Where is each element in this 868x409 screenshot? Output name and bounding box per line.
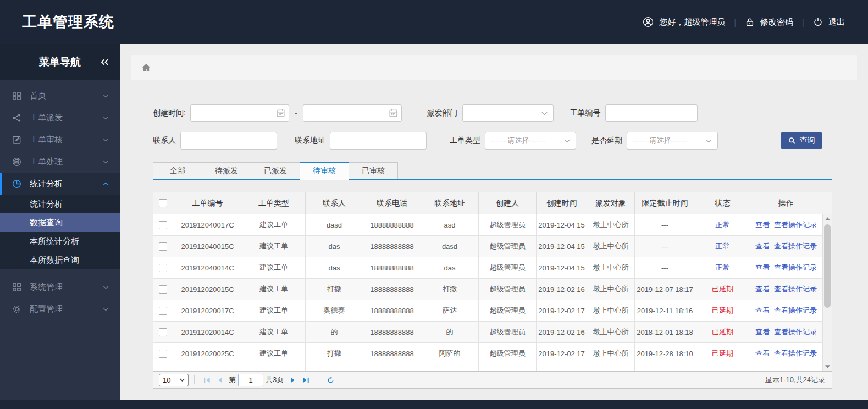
cell-actions: 查看查看操作记录 <box>750 236 822 257</box>
view-link[interactable]: 查看 <box>755 327 770 337</box>
user-greeting: 您好，超级管理员 <box>643 16 725 27</box>
order-no-input[interactable] <box>605 104 698 122</box>
cell-status: 正常 <box>695 257 750 279</box>
view-log-link[interactable]: 查看操作记录 <box>774 349 817 358</box>
address-input[interactable] <box>330 132 427 150</box>
cell-order-type: 建议工单 <box>242 322 306 343</box>
logout-button[interactable]: 退出 <box>813 17 845 27</box>
scrollbar-thumb[interactable] <box>824 224 831 308</box>
row-checkbox[interactable] <box>159 264 167 272</box>
collapse-sidebar-icon[interactable] <box>101 59 109 65</box>
cell-actions: 查看查看操作记录 <box>750 300 822 322</box>
cell-deadline: --- <box>635 257 695 279</box>
table-cell <box>242 364 306 371</box>
sidebar-item-label: 系统管理 <box>30 282 63 292</box>
tab-4[interactable]: 已审核 <box>349 162 398 179</box>
row-checkbox[interactable] <box>159 221 167 229</box>
is-delayed-select[interactable]: -------请选择------- <box>627 132 718 150</box>
sidebar-item-4[interactable]: 统计分析 <box>0 173 120 195</box>
row-checkbox-cell <box>153 257 173 279</box>
table-row: 201912040017C建议工单dasd18888888888asd超级管理员… <box>153 214 832 236</box>
sidebar-subitem-0[interactable]: 统计分析 <box>0 195 120 213</box>
view-log-link[interactable]: 查看操作记录 <box>774 327 817 337</box>
scroll-down-icon[interactable] <box>823 362 832 371</box>
tab-1[interactable]: 待派发 <box>202 162 251 179</box>
cell-contact: das <box>306 257 363 279</box>
view-link[interactable]: 查看 <box>755 284 770 294</box>
view-link[interactable]: 查看 <box>755 349 770 358</box>
view-log-link[interactable]: 查看操作记录 <box>774 306 817 316</box>
cell-order-no: 201912040017C <box>173 214 242 236</box>
last-page-button[interactable] <box>299 373 312 386</box>
sidebar-item-0[interactable]: 首页 <box>0 85 120 107</box>
dispatch-dept-select[interactable] <box>462 104 554 122</box>
prev-page-button[interactable] <box>213 373 226 386</box>
cell-address: asd <box>421 214 479 236</box>
select-all-checkbox[interactable] <box>159 199 167 207</box>
cell-dispatch-target: 墩上中心所 <box>587 214 635 236</box>
sidebar-item-2[interactable]: 工单审核 <box>0 129 120 151</box>
user-icon <box>643 16 654 27</box>
dispatch-dept-label: 派发部门 <box>427 108 458 118</box>
table-header-cell: 创建人 <box>479 192 537 214</box>
grid-icon <box>11 91 22 101</box>
table-scrollbar[interactable] <box>822 214 832 371</box>
tab-3[interactable]: 待审核 <box>300 162 349 180</box>
row-checkbox[interactable] <box>159 307 167 315</box>
row-checkbox[interactable] <box>159 285 167 294</box>
cell-phone: 18888888888 <box>363 257 421 279</box>
view-log-link[interactable]: 查看操作记录 <box>774 284 817 294</box>
contact-input[interactable] <box>180 132 277 150</box>
home-icon[interactable] <box>141 62 152 73</box>
created-time-end-input[interactable] <box>303 104 402 122</box>
page-size-select[interactable]: 10 <box>159 374 189 386</box>
sidebar-item-5[interactable]: 系统管理 <box>0 276 120 298</box>
sidebar-item-6[interactable]: 配置管理 <box>0 298 120 320</box>
search-button[interactable]: 查询 <box>781 132 822 149</box>
current-page-input[interactable] <box>238 374 263 386</box>
order-type-select[interactable]: -------请选择------- <box>485 132 576 150</box>
sidebar-item-label: 首页 <box>30 91 46 101</box>
share-icon <box>11 113 22 123</box>
cell-actions: 查看查看操作记录 <box>750 322 822 343</box>
chevron-down-icon <box>103 138 109 142</box>
created-time-start-input[interactable] <box>190 104 289 122</box>
cell-actions: 查看查看操作记录 <box>750 343 822 364</box>
next-page-button[interactable] <box>286 373 299 386</box>
sidebar-item-1[interactable]: 工单派发 <box>0 107 120 129</box>
calendar-icon[interactable] <box>389 108 398 118</box>
sidebar-subitem-3[interactable]: 本所数据查询 <box>0 251 120 269</box>
sidebar-subitem-1[interactable]: 数据查询 <box>0 213 120 232</box>
first-page-button[interactable] <box>200 373 213 386</box>
view-link[interactable]: 查看 <box>755 220 770 230</box>
sidebar-subitem-2[interactable]: 本所统计分析 <box>0 232 120 251</box>
sidebar-item-label: 统计分析 <box>30 179 63 189</box>
table-row: 201912020014C建议工单的18888888888的超级管理员2019-… <box>153 322 832 343</box>
cell-creator: 超级管理员 <box>479 300 537 322</box>
view-log-link[interactable]: 查看操作记录 <box>774 220 817 230</box>
status-badge: 已延期 <box>712 284 733 294</box>
view-link[interactable]: 查看 <box>755 263 770 273</box>
calendar-icon[interactable] <box>276 108 285 118</box>
table-header-cell: 状态 <box>695 192 750 214</box>
table-row: 201912020017C建议工单奥德赛18888888888萨达超级管理员20… <box>153 300 832 322</box>
cell-creator: 超级管理员 <box>479 279 537 300</box>
view-link[interactable]: 查看 <box>755 241 770 251</box>
refresh-button[interactable] <box>324 373 337 386</box>
is-delayed-value: -------请选择------- <box>633 136 706 146</box>
view-log-link[interactable]: 查看操作记录 <box>774 241 817 251</box>
sidebar-title: 菜单导航 <box>39 55 81 69</box>
row-checkbox[interactable] <box>159 242 167 251</box>
tab-2[interactable]: 已派发 <box>251 162 300 179</box>
change-password-button[interactable]: 修改密码 <box>745 17 793 27</box>
view-log-link[interactable]: 查看操作记录 <box>774 263 817 273</box>
row-checkbox[interactable] <box>159 350 167 358</box>
tab-0[interactable]: 全部 <box>153 162 202 179</box>
scroll-up-icon[interactable] <box>823 214 832 223</box>
cell-phone: 18888888888 <box>363 214 421 236</box>
row-checkbox[interactable] <box>159 328 167 336</box>
cell-phone: 18888888888 <box>363 300 421 322</box>
row-checkbox[interactable] <box>159 371 167 372</box>
view-link[interactable]: 查看 <box>755 306 770 316</box>
sidebar-item-3[interactable]: 工单处理 <box>0 151 120 173</box>
